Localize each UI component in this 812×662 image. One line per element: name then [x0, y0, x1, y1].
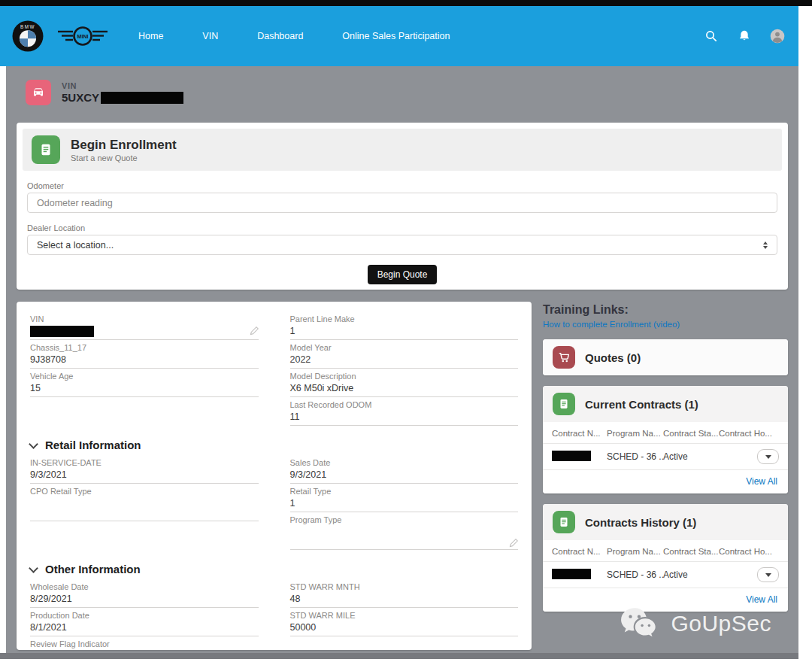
- field-vehicle-age: Vehicle Age 15: [30, 371, 259, 397]
- svg-text:MINI: MINI: [77, 34, 89, 39]
- section-retail-information[interactable]: Retail Information: [30, 439, 518, 451]
- nav-item-vin[interactable]: VIN: [202, 31, 218, 41]
- select-stepper-icon: [763, 241, 768, 249]
- field-last-recorded-odom: Last Recorded ODOM 11: [290, 399, 519, 426]
- field-value: [30, 324, 259, 340]
- field-value: 48: [290, 592, 519, 608]
- training-links-heading: Training Links:: [543, 303, 788, 317]
- nav-item-dashboard[interactable]: Dashboard: [257, 31, 303, 41]
- column-program-name: Program Na...: [607, 547, 663, 556]
- field-value: X6 M50i xDrive: [290, 381, 519, 397]
- dealer-location-selected-value: Select a location...: [37, 240, 763, 251]
- record-object-label: VIN: [62, 81, 183, 90]
- app-page: BMW MINI Home VIN Dashboard Online Sales…: [0, 0, 812, 662]
- contract-document-icon: [553, 393, 575, 415]
- field-model-year: Model Year 2022: [290, 342, 519, 369]
- field-production-date: Production Date 8/1/2021: [30, 610, 259, 636]
- begin-enrollment-titles: Begin Enrollment Start a new Quote: [71, 138, 177, 162]
- section-title: Other Information: [45, 563, 141, 575]
- bmw-logo: BMW: [12, 20, 44, 52]
- notifications-bell-icon[interactable]: [737, 29, 752, 44]
- contracts-history-card: Contracts History (1) Contract N... Prog…: [543, 504, 788, 612]
- field-model-description: Model Description X6 M50i xDrive: [290, 371, 519, 397]
- contract-status-cell: Active: [663, 451, 719, 462]
- field-label: Model Year: [290, 342, 519, 353]
- field-in-service-date: IN-SERVICE-DATE 9/3/2021: [30, 457, 259, 484]
- odometer-label: Odometer: [27, 181, 777, 190]
- quotes-card-header[interactable]: Quotes (0): [543, 339, 788, 375]
- row-actions-dropdown-button[interactable]: [757, 567, 779, 582]
- goupsec-watermark: GoUpSec: [620, 606, 771, 641]
- field-value: 8/1/2021: [30, 621, 259, 636]
- bottom-bar: [0, 653, 798, 659]
- edit-pencil-icon[interactable]: [509, 539, 518, 548]
- top-black-bar: [0, 0, 812, 6]
- field-value: 1: [290, 496, 519, 512]
- contract-number-redaction-bar: [552, 569, 591, 579]
- record-header: VIN 5UXCY: [26, 76, 798, 109]
- nav-menu: Home VIN Dashboard Online Sales Particip…: [138, 31, 450, 41]
- right-rail: Training Links: How to complete Enrollme…: [543, 302, 788, 650]
- field-wholesale-date: Wholesale Date 8/29/2021: [30, 582, 259, 608]
- odometer-input[interactable]: [27, 193, 777, 213]
- nav-item-home[interactable]: Home: [138, 31, 163, 41]
- current-contracts-header[interactable]: Current Contracts (1): [543, 386, 788, 422]
- chevron-down-icon: [29, 439, 38, 449]
- dealer-location-select[interactable]: Select a location...: [27, 235, 777, 255]
- column-contract-number: Contract N...: [552, 547, 607, 556]
- field-value: 0: [30, 649, 259, 650]
- search-icon[interactable]: [704, 29, 719, 44]
- section-title: Retail Information: [45, 439, 141, 451]
- field-label: Chassis_11_17: [30, 342, 259, 353]
- field-value: 8/29/2021: [30, 592, 259, 608]
- nav-item-online-sales-participation[interactable]: Online Sales Participation: [342, 31, 450, 41]
- field-label: Model Description: [290, 371, 519, 381]
- field-value: 15: [30, 381, 259, 397]
- user-avatar-icon[interactable]: [770, 29, 785, 44]
- edit-pencil-icon[interactable]: [250, 326, 259, 336]
- contract-row: SCHED - 36 ... Active: [543, 562, 788, 588]
- field-label: Production Date: [30, 610, 259, 621]
- field-value: 1: [290, 324, 519, 340]
- current-contracts-title: Current Contracts (1): [585, 398, 698, 411]
- contracts-table-header: Contract N... Program Na... Contract Sta…: [543, 422, 788, 444]
- quote-document-icon: [32, 135, 60, 164]
- field-chassis: Chassis_11_17 9J38708: [30, 342, 259, 369]
- view-all-link[interactable]: View All: [543, 470, 788, 493]
- nav-utility-icons: [704, 29, 786, 44]
- main-content: VIN 5UXCY Begin Enro: [6, 66, 798, 653]
- column-program-name: Program Na...: [607, 429, 663, 438]
- quotes-card: Quotes (0): [543, 339, 788, 375]
- record-title: 5UXCY: [62, 91, 183, 104]
- field-value: [290, 525, 519, 550]
- row-actions-dropdown-button[interactable]: [757, 449, 779, 464]
- contract-number-redaction-bar: [552, 451, 591, 461]
- contracts-history-header[interactable]: Contracts History (1): [543, 504, 788, 540]
- column-contract-status: Contract Sta...: [663, 429, 719, 438]
- column-contract-number: Contract N...: [552, 429, 607, 438]
- contract-row: SCHED - 36 ... Active: [543, 444, 788, 470]
- contracts-table-header: Contract N... Program Na... Contract Sta…: [543, 540, 788, 562]
- begin-quote-button[interactable]: Begin Quote: [368, 265, 438, 284]
- field-value: 2022: [290, 353, 519, 369]
- field-label: VIN: [30, 314, 259, 324]
- field-value: 11: [290, 410, 519, 426]
- watermark-text: GoUpSec: [671, 611, 771, 636]
- enrollment-form: Odometer Dealer Location Select a locati…: [23, 181, 782, 284]
- vehicle-car-icon: [26, 80, 51, 105]
- column-contract-holder: Contract Ho...: [719, 547, 779, 556]
- field-vin: VIN: [30, 314, 259, 340]
- begin-enrollment-header: Begin Enrollment Start a new Quote: [23, 129, 782, 171]
- field-value: 9/3/2021: [30, 468, 259, 484]
- field-parent-line-make: Parent Line Make 1: [290, 314, 519, 340]
- field-label: STD WARR MILE: [290, 610, 519, 621]
- card-title: Begin Enrollment: [71, 138, 177, 153]
- program-name-cell: SCHED - 36 ...: [607, 569, 663, 580]
- training-link[interactable]: How to complete Enrollment (video): [543, 320, 788, 329]
- section-other-information[interactable]: Other Information: [30, 563, 518, 575]
- mini-logo: MINI: [56, 23, 110, 50]
- field-review-flag-indicator: Review Flag Indicator 0: [30, 639, 259, 650]
- column-contract-status: Contract Sta...: [663, 547, 719, 556]
- chevron-down-icon: [765, 455, 771, 459]
- field-label: Wholesale Date: [30, 582, 259, 592]
